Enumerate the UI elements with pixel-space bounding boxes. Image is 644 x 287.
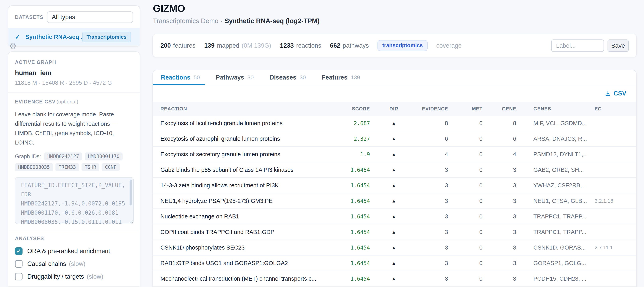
reaction-score: 2.687 [336, 120, 370, 126]
graph-id-chip: TSHR [82, 163, 100, 171]
results-card: Reactions 50 Pathways 30 Diseases 30 Fea… [152, 70, 637, 287]
save-button[interactable]: Save [608, 40, 629, 52]
analysis-option-row[interactable]: Causal chains (slow) [15, 260, 133, 268]
evidence-count: 8 [418, 120, 448, 126]
met-count: 0 [448, 120, 482, 126]
omics-type-badge: transcriptomics [378, 40, 428, 51]
evidence-csv-textarea[interactable]: FEATURE_ID,EFFECT_SIZE,P_VALUE,FDR HMDB0… [15, 177, 134, 224]
analyses-section: ANALYSES ✓ ORA & pre-ranked enrichment C… [8, 230, 140, 287]
table-row[interactable]: Exocytosis of azurophil granule lumen pr… [153, 131, 636, 147]
genes-list: PCDH15, CDH23, ... [516, 276, 594, 282]
dataset-type-select[interactable]: All types [47, 11, 133, 23]
download-icon [605, 90, 611, 97]
ec-number: 3.2.1.18 [594, 198, 636, 204]
analysis-option-row[interactable]: ✓ ORA & pre-ranked enrichment [15, 247, 133, 255]
active-graph-section: ACTIVE GRAPH human_iem 11818 M · 15408 R… [8, 52, 140, 93]
graph-ids-row: Graph IDs: HMDB0242127 HMDB0001170 HMDB0… [15, 152, 133, 171]
tab-label: Reactions [161, 74, 190, 81]
table-row[interactable]: NEU1,4 hydrolyze PSAP(195-273):GM3:PE 1.… [153, 193, 636, 209]
checkbox[interactable] [15, 273, 22, 280]
table-row[interactable]: Nucleotide exchange on RAB1 1.6454 ▲ 3 0… [153, 209, 636, 224]
table-row[interactable]: Exocytosis of secretory granule lumen pr… [153, 147, 636, 162]
direction-up-icon: ▲ [370, 214, 418, 219]
gear-icon[interactable]: ⚙ [9, 42, 16, 50]
reaction-name[interactable]: CSNK1D phosphorylates SEC23 [153, 244, 336, 251]
reaction-name[interactable]: 14-3-3 zeta binding allows recruitment o… [153, 182, 336, 189]
met-count: 0 [448, 151, 482, 158]
genes-list: TRAPPC1, TRAPP... [516, 229, 594, 236]
gene-count: 4 [482, 151, 516, 158]
met-count: 0 [448, 136, 482, 142]
datasets-label: DATASETS [15, 14, 44, 20]
gene-count: 3 [482, 213, 516, 220]
reaction-name[interactable]: NEU1,4 hydrolyze PSAP(195-273):GM3:PE [153, 198, 336, 204]
evidence-csv-text: FEATURE_ID,EFFECT_SIZE,P_VALUE,FDR HMDB0… [15, 178, 133, 224]
table-row[interactable]: RAB1:GTP binds USO1 and GORASP1:GOLGA2 1… [153, 256, 636, 271]
column-header-ec: EC [594, 106, 636, 112]
reaction-score: 1.6454 [336, 214, 370, 220]
tab[interactable]: Reactions 50 [153, 70, 208, 85]
direction-up-icon: ▲ [370, 245, 418, 250]
table-row[interactable]: CSNK1D phosphorylates SEC23 1.6454 ▲ 3 0… [153, 240, 636, 256]
reaction-score: 1.6454 [336, 260, 370, 266]
table-row[interactable]: Exocytosis of ficolin-rich granule lumen… [153, 116, 636, 131]
tab[interactable]: Diseases 30 [262, 70, 314, 85]
tab[interactable]: Pathways 30 [208, 70, 262, 85]
analysis-option-note: (slow) [87, 273, 103, 280]
table-row[interactable]: COPII coat binds TRAPPCII and RAB1:GDP 1… [153, 224, 636, 240]
reaction-name[interactable]: RAB1:GTP binds USO1 and GORASP1:GOLGA2 [153, 260, 336, 266]
graph-id-chip: HMDB0242127 [44, 152, 82, 160]
table-row[interactable]: 14-3-3 zeta binding allows recruitment o… [153, 178, 636, 193]
summary-stat: 1233 reactions [280, 42, 321, 49]
tab[interactable]: Features 139 [314, 70, 368, 85]
breadcrumb: Transcriptomics Demo·Synthetic RNA-seq (… [153, 17, 320, 25]
checkbox[interactable]: ✓ [15, 247, 22, 255]
reaction-name[interactable]: Nucleotide exchange on RAB1 [153, 213, 336, 220]
stat-label: pathways [343, 42, 369, 49]
met-count: 0 [448, 166, 482, 173]
table-row[interactable]: Gab2 binds the p85 subunit of Class 1A P… [153, 162, 636, 178]
genes-list: NEU1, CTSA, GLB... [516, 198, 594, 204]
reaction-name[interactable]: Exocytosis of ficolin-rich granule lumen… [153, 120, 336, 126]
breadcrumb-current: Synthetic RNA-seq (log2-TPM) [225, 17, 320, 24]
dataset-name[interactable]: Synthetic RNA-seq ... [25, 34, 82, 40]
reaction-score: 1.6454 [336, 198, 370, 204]
reaction-name[interactable]: Mechanoelectrical transduction (MET) cha… [153, 276, 336, 282]
label-input[interactable] [551, 40, 604, 52]
active-tab-underline [153, 84, 205, 85]
genes-list: MIF, VCL, GSDMD... [516, 120, 594, 126]
reaction-name[interactable]: Gab2 binds the p85 subunit of Class 1A P… [153, 166, 336, 173]
genes-list: CSNK1D, GORAS... [516, 244, 594, 251]
breadcrumb-parent[interactable]: Transcriptomics Demo [153, 17, 218, 24]
checkbox[interactable] [15, 260, 22, 268]
textarea-scrollbar[interactable] [130, 180, 132, 206]
dataset-list-item-selected[interactable]: ✓ Synthetic RNA-seq ... Transcriptomics [8, 28, 140, 46]
datasets-header: DATASETS All types [8, 6, 140, 28]
met-count: 0 [448, 229, 482, 236]
analysis-option-row[interactable]: Druggability / targets (slow) [15, 273, 133, 280]
reaction-score: 1.6454 [336, 244, 370, 251]
reaction-score: 2.327 [336, 136, 370, 142]
results-tabs: Reactions 50 Pathways 30 Diseases 30 Fea… [153, 70, 636, 85]
direction-up-icon: ▲ [370, 260, 418, 266]
reaction-name[interactable]: Exocytosis of secretory granule lumen pr… [153, 151, 336, 158]
analysis-control-card: ACTIVE GRAPH human_iem 11818 M · 15408 R… [8, 52, 140, 287]
stat-value: 200 [160, 42, 171, 49]
graph-id-chip: TRIM33 [56, 163, 79, 171]
reaction-name[interactable]: COPII coat binds TRAPPCII and RAB1:GDP [153, 229, 336, 236]
reaction-score: 1.6454 [336, 276, 370, 282]
genes-list: PSMD12, DYNLT1,... [516, 151, 594, 158]
reaction-name[interactable]: Exocytosis of azurophil granule lumen pr… [153, 136, 336, 142]
gene-count: 3 [482, 229, 516, 236]
analyses-label: ANALYSES [15, 236, 133, 241]
download-csv-link[interactable]: CSV [605, 90, 626, 97]
evidence-section: EVIDENCE CSV (optional) Leave blank for … [8, 93, 140, 230]
table-row[interactable]: Mechanoelectrical transduction (MET) cha… [153, 271, 636, 286]
table-toolbar: CSV [153, 85, 636, 102]
met-count: 0 [448, 213, 482, 220]
evidence-count: 3 [418, 198, 448, 204]
table-header-row: REACTIONSCOREDIREVIDENCEMETGENEGENESEC [153, 102, 636, 116]
met-count: 0 [448, 244, 482, 251]
gene-count: 3 [482, 166, 516, 173]
stat-label: reactions [296, 42, 321, 49]
